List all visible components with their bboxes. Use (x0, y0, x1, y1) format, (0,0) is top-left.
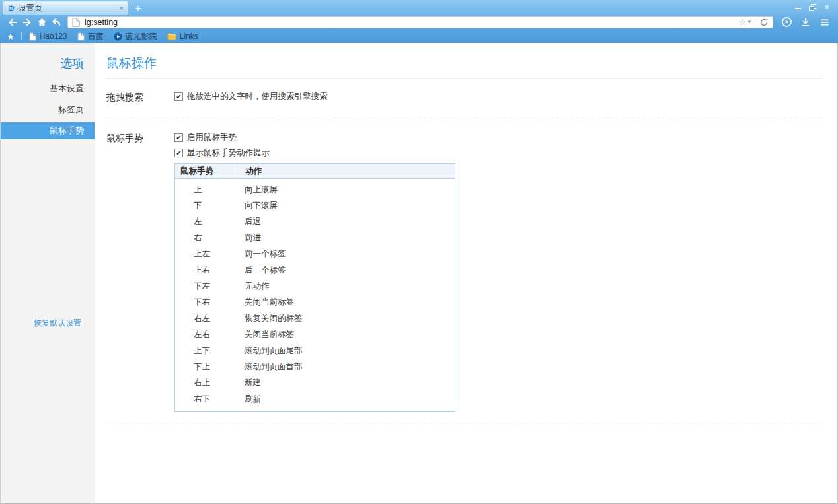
table-row: 上向上滚屏 (175, 182, 455, 198)
action-cell: 无动作 (237, 281, 455, 292)
action-cell: 后一个标签 (237, 265, 455, 276)
table-row: 下上滚动到页面首部 (175, 359, 455, 375)
table-row: 右下刷新 (175, 391, 455, 407)
media-button[interactable] (780, 16, 793, 29)
action-cell: 刷新 (237, 394, 455, 405)
back-button[interactable] (5, 16, 20, 29)
bookmark-links-folder[interactable]: Links (167, 32, 198, 41)
bookmark-bluray-cinema[interactable]: 蓝光影院 (114, 31, 157, 42)
column-header-action: 动作 (237, 164, 455, 178)
gesture-cell: 右 (175, 233, 237, 244)
section-label: 拖拽搜索 (106, 92, 174, 102)
checkbox-checked[interactable]: ✔ (174, 149, 183, 157)
action-cell: 前一个标签 (237, 248, 455, 260)
address-input[interactable]: lg:setting (85, 18, 739, 27)
sidebar-title: 选项 (1, 55, 95, 71)
page-icon (29, 32, 36, 41)
forward-icon (22, 17, 32, 28)
gesture-cell: 上右 (175, 265, 237, 276)
table-row: 右前进 (175, 230, 455, 246)
table-row: 左后退 (175, 214, 455, 230)
address-bar[interactable]: lg:setting ☆ ▾ (67, 16, 773, 28)
window-controls: × (790, 1, 834, 12)
gesture-cell: 下右 (175, 297, 237, 308)
action-cell: 恢复关闭的标签 (237, 313, 455, 324)
checkbox-checked[interactable]: ✔ (174, 92, 183, 101)
sidebar-item-mouse-gestures[interactable]: 鼠标手势 (1, 122, 95, 139)
download-button[interactable] (799, 16, 812, 29)
forward-button[interactable] (20, 16, 34, 29)
bluray-disc-icon (114, 32, 122, 41)
checkbox-label: 显示鼠标手势动作提示 (187, 147, 270, 159)
close-icon: × (824, 3, 829, 11)
gesture-cell: 上 (175, 184, 237, 196)
settings-page: 选项 基本设置 标签页 鼠标手势 恢复默认设置 鼠标操作 拖拽搜索 ✔ 拖放选中… (0, 43, 838, 504)
action-cell: 关闭当前标签 (237, 297, 455, 308)
show-gesture-hint-checkbox-row: ✔ 显示鼠标手势动作提示 (174, 148, 822, 158)
tab-close-icon[interactable]: × (120, 5, 124, 12)
section-divider (106, 118, 822, 118)
toolbar-right (780, 16, 833, 29)
bookmark-label: Links (180, 32, 198, 41)
bookmark-baidu[interactable]: 百度 (77, 31, 104, 42)
address-divider (755, 18, 755, 26)
page-icon (72, 18, 80, 27)
minimize-icon (795, 8, 801, 9)
table-row: 下右关闭当前标签 (175, 295, 455, 310)
page-title: 鼠标操作 (106, 55, 822, 71)
gesture-cell: 下上 (175, 361, 237, 373)
restore-icon (809, 4, 816, 10)
table-row: 右上新建 (175, 375, 455, 391)
action-cell: 滚动到页面尾部 (237, 345, 455, 357)
gesture-cell: 上下 (175, 345, 237, 357)
action-cell: 向下滚屏 (237, 200, 455, 211)
menu-icon (819, 17, 830, 28)
download-icon (800, 17, 811, 28)
section-body: ✔ 拖放选中的文字时，使用搜索引擎搜索 (174, 92, 822, 102)
section-label: 鼠标手势 (106, 133, 174, 412)
gesture-cell: 右上 (175, 377, 237, 388)
checkbox-checked[interactable]: ✔ (174, 133, 183, 142)
table-row: 左右关闭当前标签 (175, 327, 455, 343)
refresh-icon[interactable] (759, 18, 769, 27)
action-cell: 新建 (237, 377, 455, 388)
page-icon (77, 32, 85, 41)
table-row: 下向下滚屏 (175, 198, 455, 213)
action-cell: 向上滚屏 (237, 184, 455, 196)
home-icon (37, 17, 47, 27)
new-tab-button[interactable]: + (132, 2, 144, 13)
bookmarks-star-icon[interactable]: ★ (7, 32, 15, 41)
sidebar-item-tab-page[interactable]: 标签页 (1, 101, 95, 118)
title-divider (106, 78, 822, 79)
bookmarks-divider (21, 32, 22, 40)
drag-search-checkbox-row: ✔ 拖放选中的文字时，使用搜索引擎搜索 (174, 92, 822, 102)
gesture-cell: 左右 (175, 329, 237, 340)
menu-button[interactable] (818, 16, 831, 29)
gesture-cell: 下 (175, 200, 237, 211)
gesture-table: 鼠标手势 动作 上向上滚屏 下向下滚屏 左后退 右前进 上左前一个标签 上右后一… (174, 163, 455, 412)
sidebar: 选项 基本设置 标签页 鼠标手势 恢复默认设置 (1, 43, 95, 503)
back-icon (7, 17, 18, 28)
tab-title: 设置页 (19, 3, 116, 14)
home-button[interactable] (34, 16, 49, 29)
gesture-table-header: 鼠标手势 动作 (175, 164, 455, 179)
bookmark-hao123[interactable]: Hao123 (29, 32, 67, 41)
restore-button[interactable] (805, 1, 819, 12)
section-drag-search: 拖拽搜索 ✔ 拖放选中的文字时，使用搜索引擎搜索 (106, 92, 822, 102)
main-content: 鼠标操作 拖拽搜索 ✔ 拖放选中的文字时，使用搜索引擎搜索 鼠标手势 ✔ (95, 43, 837, 503)
restore-defaults-link[interactable]: 恢复默认设置 (34, 318, 81, 329)
table-row: 右左恢复关闭的标签 (175, 310, 455, 326)
gesture-cell: 下左 (175, 281, 237, 292)
tab-settings[interactable]: ⚙ 设置页 × (3, 1, 128, 15)
close-button[interactable]: × (819, 1, 834, 12)
play-circle-icon (781, 17, 792, 28)
table-row: 上下滚动到页面尾部 (175, 343, 455, 359)
bookmarks-bar: ★ Hao123 百度 蓝光影院 Links (0, 30, 838, 43)
minimize-button[interactable] (790, 1, 805, 12)
bookmark-label: 百度 (88, 31, 104, 42)
bookmark-caret-icon[interactable]: ▾ (747, 19, 751, 25)
sidebar-item-basic-settings[interactable]: 基本设置 (1, 80, 95, 97)
restore-tab-button[interactable] (49, 16, 63, 29)
table-row: 上右后一个标签 (175, 262, 455, 278)
bookmark-star-icon[interactable]: ☆ (739, 18, 747, 26)
